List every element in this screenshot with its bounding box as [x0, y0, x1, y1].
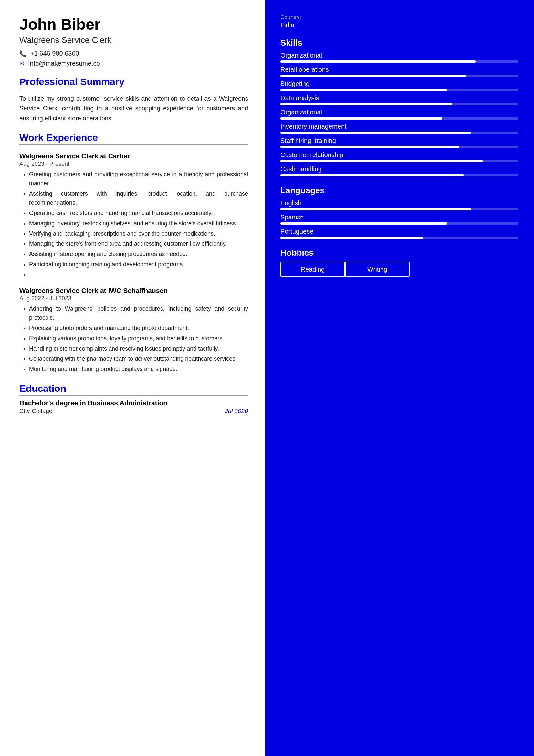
- lang-bar-fill-0: [280, 208, 471, 210]
- work-dates-1: Aug 2022 - Jul 2023: [19, 295, 248, 302]
- right-column: Country: India Skills Organizational Ret…: [265, 0, 534, 756]
- work-bullets-1: Adhering to Walgreens' policies and proc…: [19, 305, 248, 374]
- skill-name-6: Staff hiring, training: [280, 137, 519, 145]
- skill-bar-bg-4: [280, 117, 519, 120]
- work-section-title: Work Experience: [19, 132, 248, 145]
- list-item: [29, 271, 248, 280]
- country-section: Country: India: [280, 14, 519, 29]
- work-entry-1: Walgreens Service Clerk at IWC Schaffhau…: [19, 287, 248, 374]
- skill-bar-fill-8: [280, 174, 464, 176]
- edu-school-row-0: City Collage Jul 2020: [19, 408, 248, 415]
- edu-entry-0: Bachelor's degree in Business Administra…: [19, 399, 248, 415]
- skill-item-2: Budgeting: [280, 80, 519, 91]
- skill-bar-fill-7: [280, 160, 483, 162]
- lang-item-1: Spanish: [280, 214, 519, 225]
- list-item: Participating in ongoing training and de…: [29, 260, 248, 269]
- email-icon: ✉: [19, 60, 24, 67]
- skill-bar-bg-8: [280, 174, 519, 176]
- lang-item-0: English: [280, 200, 519, 210]
- skill-bar-fill-5: [280, 132, 471, 134]
- work-dates-0: Aug 2023 - Present: [19, 161, 248, 167]
- list-item: Verifying and packaging prescriptions an…: [29, 230, 248, 238]
- skill-item-3: Data analysis: [280, 94, 519, 105]
- skill-bar-fill-4: [280, 117, 442, 120]
- phone-row: 📞 +1 646 980 6360: [19, 50, 248, 57]
- work-title-1: Walgreens Service Clerk at IWC Schaffhau…: [19, 287, 248, 294]
- lang-bar-bg-2: [280, 237, 519, 239]
- skill-item-7: Customer relationship: [280, 151, 519, 162]
- languages-section-title: Languages: [280, 185, 519, 196]
- hobby-tag-1: Writing: [345, 262, 410, 277]
- education-section-title: Education: [19, 383, 248, 396]
- skill-name-2: Budgeting: [280, 80, 519, 88]
- skill-name-5: Inventory management: [280, 123, 519, 130]
- skill-bar-fill-2: [280, 89, 447, 91]
- edu-date-0: Jul 2020: [225, 408, 248, 415]
- summary-section-title: Professional Summary: [19, 76, 248, 89]
- list-item: Explaining various promotions, loyalty p…: [29, 334, 248, 343]
- summary-text: To utilize my strong customer service sk…: [19, 94, 248, 123]
- list-item: Operating cash registers and handling fi…: [29, 209, 248, 218]
- skill-item-4: Organizational: [280, 109, 519, 120]
- edu-school-0: City Collage: [19, 408, 52, 415]
- hobbies-section-title: Hobbies: [280, 248, 519, 258]
- phone-icon: 📞: [19, 50, 27, 57]
- skill-name-0: Organizational: [280, 52, 519, 59]
- work-bullets-0: Greeting customers and providing excepti…: [19, 170, 248, 280]
- lang-bar-bg-1: [280, 222, 519, 225]
- work-entry-0: Walgreens Service Clerk at Cartier Aug 2…: [19, 152, 248, 280]
- job-title: Walgreens Service Clerk: [19, 35, 248, 45]
- skill-name-4: Organizational: [280, 109, 519, 116]
- skill-bar-bg-6: [280, 146, 519, 148]
- list-item: Greeting customers and providing excepti…: [29, 170, 248, 188]
- lang-name-1: Spanish: [280, 214, 519, 221]
- skill-bar-bg-0: [280, 61, 519, 63]
- skill-item-6: Staff hiring, training: [280, 137, 519, 148]
- email-row: ✉ Info@makemyresume.co: [19, 60, 248, 67]
- hobby-tag-0: Reading: [280, 262, 345, 277]
- skill-bar-fill-3: [280, 103, 452, 105]
- left-column: John Biber Walgreens Service Clerk 📞 +1 …: [0, 0, 265, 756]
- lang-item-2: Portuguese: [280, 228, 519, 239]
- skill-item-1: Retail operations: [280, 66, 519, 77]
- candidate-name: John Biber: [19, 15, 248, 33]
- languages-list: English Spanish Portuguese: [280, 200, 519, 239]
- skill-name-7: Customer relationship: [280, 151, 519, 159]
- list-item: Assisting customers with inquiries, prod…: [29, 189, 248, 207]
- work-title-0: Walgreens Service Clerk at Cartier: [19, 152, 248, 160]
- list-item: Managing the store's front-end area and …: [29, 239, 248, 249]
- skill-bar-fill-6: [280, 146, 459, 148]
- skill-item-0: Organizational: [280, 52, 519, 63]
- lang-bar-fill-1: [280, 222, 447, 225]
- phone-value: +1 646 980 6360: [30, 50, 79, 57]
- skill-bar-bg-7: [280, 160, 519, 162]
- edu-degree-0: Bachelor's degree in Business Administra…: [19, 399, 248, 407]
- skill-name-8: Cash handling: [280, 166, 519, 173]
- list-item: Adhering to Walgreens' policies and proc…: [29, 305, 248, 323]
- skill-item-8: Cash handling: [280, 166, 519, 176]
- list-item: Monitoring and maintaining product displ…: [29, 365, 248, 374]
- lang-name-0: English: [280, 200, 519, 207]
- skills-list: Organizational Retail operations Budgeti…: [280, 52, 519, 176]
- country-label: Country:: [280, 14, 519, 21]
- skill-name-3: Data analysis: [280, 94, 519, 102]
- skill-bar-bg-5: [280, 132, 519, 134]
- skill-bar-bg-2: [280, 89, 519, 91]
- list-item: Handling customer complaints and resolvi…: [29, 344, 248, 354]
- lang-name-2: Portuguese: [280, 228, 519, 235]
- list-item: Processing photo orders and managing the…: [29, 324, 248, 333]
- list-item: Collaborating with the pharmacy team to …: [29, 355, 248, 364]
- lang-bar-bg-0: [280, 208, 519, 210]
- skills-section-title: Skills: [280, 38, 519, 48]
- list-item: Managing inventory, restocking shelves, …: [29, 219, 248, 228]
- skill-bar-fill-1: [280, 75, 466, 77]
- lang-bar-fill-2: [280, 237, 423, 239]
- email-value: Info@makemyresume.co: [28, 60, 100, 67]
- list-item: Assisting in store opening and closing p…: [29, 250, 248, 259]
- header: John Biber Walgreens Service Clerk 📞 +1 …: [19, 15, 248, 67]
- hobbies-list: ReadingWriting: [280, 262, 519, 281]
- country-value: India: [280, 21, 519, 29]
- skill-bar-fill-0: [280, 61, 475, 63]
- skill-item-5: Inventory management: [280, 123, 519, 134]
- skill-name-1: Retail operations: [280, 66, 519, 73]
